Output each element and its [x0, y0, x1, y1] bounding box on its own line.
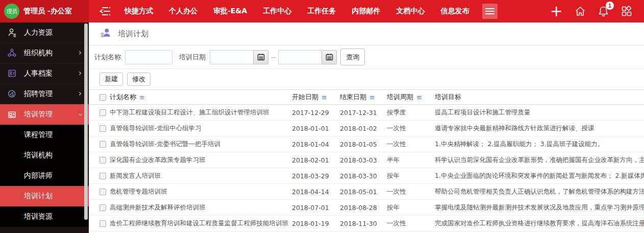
sort-icon[interactable]: ≡: [139, 94, 145, 101]
date-from-input[interactable]: [210, 50, 253, 64]
sidebar-subitem-training-resource[interactable]: 培训资源: [0, 206, 89, 227]
person-list-icon: [7, 28, 17, 37]
action-bar: 新建 修改: [89, 69, 644, 89]
table-row[interactable]: 中下游工程建设项目工程设计、施工组织设计管理培训班 2017-12-29 201…: [89, 105, 644, 121]
search-button[interactable]: 查询: [340, 49, 365, 65]
table-row[interactable]: 高端测井新技术及解释评价培训班 2018-07-01 2018-08-28 按年…: [89, 200, 644, 216]
training-date-label: 培训日期: [179, 53, 206, 62]
sidebar-item-label: 人事档案: [24, 69, 53, 78]
column-header-plan-name[interactable]: 计划名称 ≡: [110, 92, 292, 102]
sort-icon[interactable]: ≡: [416, 94, 422, 101]
training-plan-icon: [100, 27, 111, 40]
nav-item-work-center[interactable]: 工作中心: [263, 7, 291, 16]
row-checkbox[interactable]: [100, 173, 106, 179]
user-label: 管理员 -办公室: [23, 7, 72, 16]
filter-bar: 计划名称 培训日期 --: [89, 45, 644, 69]
date-range-separator: --: [271, 53, 276, 61]
page-title: 培训计划: [118, 29, 148, 39]
table-header: 计划名称 ≡ 开始日期 ≡ 结束日期 ≡ 培训周期 ≡ 培训目标: [89, 89, 644, 105]
nav-item-personal-office[interactable]: 个人办公: [169, 7, 197, 16]
column-header-goal: 培训目标: [435, 92, 644, 102]
table-row[interactable]: 直管领导轮训班-党委书记暨一把手培训 2018-01-04 2018-01-05…: [89, 136, 644, 152]
calendar-icon[interactable]: [321, 50, 337, 64]
home-icon[interactable]: [574, 5, 586, 17]
sidebar-item-label: 培训管理: [24, 110, 53, 119]
sidebar-subitem-training-plan[interactable]: 培训计划: [0, 186, 89, 206]
nav-item-work-tasks[interactable]: 工作任务: [307, 7, 336, 16]
chevron-right-icon: ›: [79, 69, 82, 77]
column-header-period[interactable]: 培训周期 ≡: [387, 92, 435, 102]
sidebar-item-org[interactable]: 组织机构 ›: [0, 43, 89, 63]
date-to-group: [278, 50, 337, 64]
org-network-icon: [7, 48, 17, 58]
apps-grid-icon[interactable]: [621, 5, 633, 17]
sidebar-item-training[interactable]: 培训管理 ›: [0, 104, 89, 125]
select-all-checkbox[interactable]: [100, 94, 106, 101]
column-header-end-date[interactable]: 结束日期 ≡: [340, 92, 387, 102]
date-to-input[interactable]: [278, 50, 321, 64]
id-document-icon: [7, 68, 17, 78]
sidebar-subitem-training-org[interactable]: 培训机构: [0, 145, 89, 166]
nav-item-shortcuts[interactable]: 快捷方式: [125, 7, 153, 16]
table-row[interactable]: 直管领导轮训班-党组中心组学习 2018-01-01 2018-01-02 一次…: [89, 121, 644, 136]
new-button[interactable]: 新建: [100, 73, 123, 86]
row-checkbox[interactable]: [100, 125, 106, 132]
chevron-right-icon: ›: [79, 49, 82, 57]
sidebar-item-label: 招聘管理: [24, 89, 53, 99]
megaphone-icon: [7, 89, 17, 99]
menu-fold-icon[interactable]: [99, 5, 112, 17]
add-icon[interactable]: +: [550, 5, 563, 18]
row-checkbox[interactable]: [100, 204, 106, 211]
row-checkbox[interactable]: [100, 109, 106, 116]
page-header: 培训计划: [89, 22, 644, 45]
plan-name-input[interactable]: [125, 50, 172, 64]
sidebar-item-hr[interactable]: 人力资源: [0, 22, 89, 43]
sort-icon[interactable]: ≡: [369, 94, 375, 101]
main-content: 培训计划 计划名称 培训日期 --: [89, 22, 644, 233]
topbar-icon-group: + 1: [550, 5, 644, 18]
date-from-group: [210, 50, 268, 64]
avatar[interactable]: 理员: [4, 4, 19, 19]
table-row[interactable]: 造价工程师继续教育培训和建设工程质量监督工程师技能培训班 2018-01-19 …: [89, 216, 644, 231]
row-checkbox[interactable]: [100, 189, 106, 195]
notification-badge: 1: [606, 2, 614, 10]
top-navigation: 快捷方式 个人办公 审批-E&A 工作中心 工作任务 内部邮件 文档中心 信息发…: [125, 7, 469, 16]
top-bar: 理员 管理员 -办公室 快捷方式 个人办公 审批-E&A 工作中心 工作任务 内…: [0, 0, 644, 22]
sort-icon[interactable]: ≡: [321, 94, 327, 101]
sidebar-item-label: 人力资源: [24, 28, 53, 37]
column-header-start-date[interactable]: 开始日期 ≡: [292, 92, 340, 102]
bell-icon[interactable]: 1: [598, 5, 609, 17]
calendar-icon[interactable]: [253, 50, 268, 64]
table-row[interactable]: 危机管理专题培训班 2018-04-14 2018-05-01 一次性 帮助公司…: [89, 184, 644, 200]
row-checkbox[interactable]: [100, 141, 106, 148]
row-checkbox[interactable]: [100, 157, 106, 164]
edit-button[interactable]: 修改: [127, 73, 151, 86]
plan-name-label: 计划名称: [94, 53, 121, 62]
nav-item-info-publish[interactable]: 信息发布: [440, 7, 469, 16]
training-submenu: 课程管理 培训机构 内部讲师 培训计划 培训资源: [0, 125, 89, 227]
sidebar-item-personnel-archive[interactable]: 人事档案 ›: [0, 63, 89, 84]
id-badge-icon: [7, 110, 17, 120]
nav-item-document-center[interactable]: 文档中心: [396, 7, 425, 16]
hamburger-menu-icon[interactable]: [482, 4, 498, 19]
row-checkbox[interactable]: [100, 220, 106, 227]
table-row[interactable]: 新闻发言人培训班 2018-03-29 2018-03-30 按年 1.中央企业…: [89, 168, 644, 184]
table-row[interactable]: 深化国有企业改革政策专题学习班 2018-02-01 2018-03-03 半年…: [89, 152, 644, 168]
sidebar-subitem-internal-lecturer[interactable]: 内部讲师: [0, 166, 89, 186]
sidebar-scrollbar[interactable]: [84, 24, 88, 220]
sidebar: 人力资源 组织机构 › 人事档案 ›: [0, 22, 89, 233]
sidebar-item-label: 组织机构: [24, 49, 53, 58]
sidebar-item-recruitment[interactable]: 招聘管理 ›: [0, 84, 89, 104]
nav-item-approval-ea[interactable]: 审批-E&A: [213, 7, 247, 16]
chevron-down-icon: ›: [77, 113, 84, 116]
sidebar-subitem-course-mgmt[interactable]: 课程管理: [0, 125, 89, 145]
chevron-right-icon: ›: [79, 90, 82, 98]
nav-item-internal-mail[interactable]: 内部邮件: [352, 7, 380, 16]
app-window: 理员 管理员 -办公室 快捷方式 个人办公 审批-E&A 工作中心 工作任务 内…: [0, 0, 644, 233]
user-area[interactable]: 理员 管理员 -办公室: [0, 0, 89, 22]
